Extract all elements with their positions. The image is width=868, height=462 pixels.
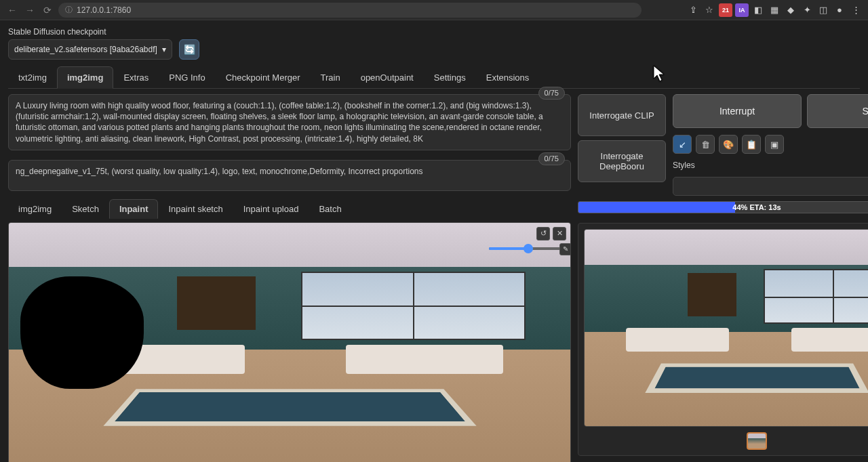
main-tabs: txt2img img2img Extras PNG Info Checkpoi… [8,66,860,89]
extension-icon-4[interactable]: ▦ [768,3,781,17]
reload-button[interactable]: ⟳ [41,3,54,17]
url-text: 127.0.0.1:7860 [77,5,131,15]
extension-icon-3[interactable]: ◧ [751,3,765,17]
brush-color-button[interactable]: ✎ [559,243,571,255]
token-counter-negative: 0/75 [538,152,565,165]
skip-button[interactable]: Skip [807,94,868,128]
sub-tabs: img2img Sketch Inpaint Inpaint sketch In… [8,199,571,218]
tool-arrow-button[interactable]: ↙ [673,135,692,154]
share-icon[interactable]: ⇪ [686,3,700,17]
site-info-icon: ⓘ [65,5,73,15]
inpaint-mask [20,276,144,389]
prompt-negative[interactable]: 0/75 ng_deepnegative_v1_75t, (worst qual… [8,160,571,191]
extension-icon-5[interactable]: ◆ [784,3,797,17]
extensions-menu-icon[interactable]: ✦ [800,3,814,17]
interrupt-button[interactable]: Interrupt [673,94,802,128]
subtab-inpaint-sketch[interactable]: Inpaint sketch [158,199,233,218]
styles-select[interactable]: × ▾ [673,177,868,196]
tab-extras[interactable]: Extras [113,66,159,88]
prompt-negative-text: ng_deepnegative_v1_75t, (worst quality, … [16,167,423,176]
tab-checkpoint-merger[interactable]: Checkpoint Merger [216,66,311,88]
tab-openoutpaint[interactable]: openOutpaint [351,66,424,88]
subtab-sketch[interactable]: Sketch [62,199,109,218]
subtab-inpaint-upload[interactable]: Inpaint upload [233,199,309,218]
subtab-img2img[interactable]: img2img [8,199,62,218]
tab-settings[interactable]: Settings [424,66,476,88]
checkpoint-label: Stable Diffusion checkpoint [8,27,860,37]
progress-text: 44% ETA: 13s [578,202,868,213]
undo-button[interactable]: ↺ [536,227,550,240]
forward-button[interactable]: → [23,3,37,17]
output-thumbnail[interactable] [747,432,767,450]
interrogate-deepbooru-label: Interrogate DeepBooru [578,151,665,171]
extension-icon-2[interactable]: IA [735,3,749,17]
tab-img2img[interactable]: img2img [57,66,113,89]
sidepanel-icon[interactable]: ◫ [816,3,830,17]
tab-extensions[interactable]: Extensions [476,66,540,88]
browser-toolbar: ← → ⟳ ⓘ 127.0.0.1:7860 ⇪ ☆ 21 IA ◧ ▦ ◆ ✦… [0,0,868,20]
brush-size-slider[interactable] [489,247,564,250]
kebab-menu-icon[interactable]: ⋮ [849,3,863,17]
prompt-positive-text: A Luxury living room with high quality w… [16,101,543,144]
back-button[interactable]: ← [5,3,19,17]
generated-image [585,230,868,426]
interrogate-deepbooru-button[interactable]: Interrogate DeepBooru [578,140,666,182]
tab-pnginfo[interactable]: PNG Info [159,66,215,88]
interrogate-clip-button[interactable]: Interrogate CLIP [578,94,666,136]
checkpoint-value: deliberate_v2.safetensors [9aba26abdf] [14,45,157,54]
tab-txt2img[interactable]: txt2img [8,66,57,88]
subtab-inpaint[interactable]: Inpaint [109,199,159,219]
profile-avatar[interactable]: ● [833,3,846,17]
tool-clipboard-button[interactable]: 📋 [742,135,761,154]
checkpoint-select[interactable]: deliberate_v2.safetensors [9aba26abdf] ▾ [8,39,172,60]
styles-label: Styles [673,161,695,170]
address-bar[interactable]: ⓘ 127.0.0.1:7860 [58,3,642,18]
inpaint-canvas[interactable]: ↺ ✕ ✎ [8,222,571,462]
subtab-batch[interactable]: Batch [309,199,351,218]
chevron-down-icon: ▾ [162,45,166,54]
tool-extra-button[interactable]: ▣ [765,135,784,154]
tool-trash-button[interactable]: 🗑 [696,135,715,154]
extension-icon-1[interactable]: 21 [719,3,732,17]
output-image[interactable] [584,229,868,427]
progress-bar: 44% ETA: 13s [578,201,868,213]
tab-train[interactable]: Train [311,66,351,88]
tool-styles-button[interactable]: 🎨 [719,135,738,154]
clear-button[interactable]: ✕ [553,227,566,240]
checkpoint-refresh-button[interactable]: 🔄 [179,39,199,60]
bookmark-icon[interactable]: ☆ [703,3,716,17]
prompt-positive[interactable]: 0/75 A Luxury living room with high qual… [8,94,571,150]
token-counter-positive: 0/75 [538,87,565,100]
